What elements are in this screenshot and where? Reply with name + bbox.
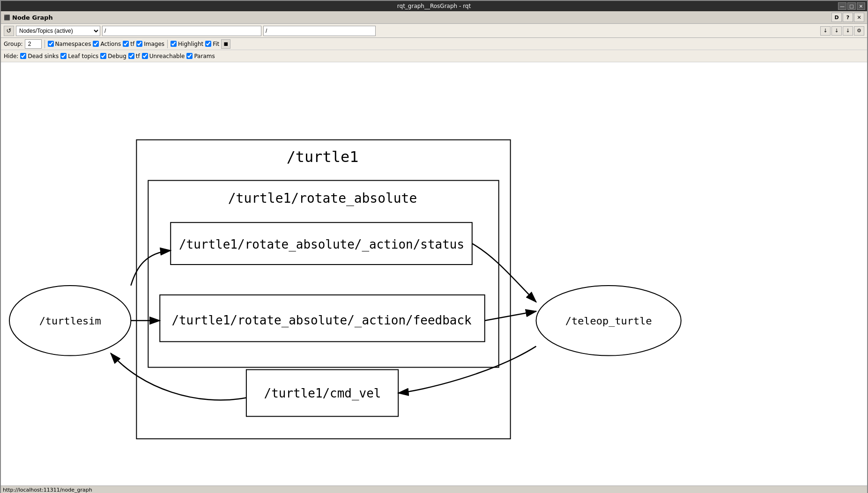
highlight-label: Highlight [178, 41, 203, 47]
export-button2[interactable]: ↓ [831, 26, 842, 36]
unreachable-checkbox-label[interactable]: Unreachable [142, 53, 185, 59]
outer-box-label: /turtle1 [287, 148, 359, 166]
export-button3[interactable]: ↓ [843, 26, 853, 36]
leaf-topics-checkbox[interactable] [60, 53, 67, 59]
refresh-button[interactable]: ↺ [4, 26, 14, 36]
group-spinbox[interactable] [25, 39, 42, 49]
namespaces-checkbox-label[interactable]: Namespaces [48, 41, 91, 47]
blackbox-button[interactable]: ■ [221, 39, 230, 49]
params-label: Params [194, 53, 215, 59]
unreachable-label: Unreachable [149, 53, 185, 59]
inner-box-label: /turtle1/rotate_absolute [228, 191, 417, 206]
dead-sinks-label: Dead sinks [28, 53, 59, 59]
graph-svg: /turtle1 /turtle1/rotate_absolute /turtl… [1, 62, 867, 486]
cmdvel-topic-label: /turtle1/cmd_vel [264, 386, 381, 401]
view-mode-dropdown[interactable]: Nodes/Topics (active) Nodes only Topics … [16, 26, 100, 36]
settings-button[interactable]: ⚙ [854, 26, 864, 36]
robot-icon: ⬛ [4, 15, 10, 21]
images-checkbox-label[interactable]: Images [136, 41, 164, 47]
filter2-input[interactable] [263, 26, 376, 36]
hide-label: Hide: [4, 53, 18, 59]
fit-checkbox[interactable] [205, 41, 211, 47]
toolbar-row3: Hide: Dead sinks Leaf topics Debug tf Un… [1, 50, 867, 62]
toolbar-row1: ↺ Nodes/Topics (active) Nodes only Topic… [1, 24, 867, 38]
namespaces-checkbox[interactable] [48, 41, 54, 47]
hide-tf-label: tf [136, 53, 140, 59]
refresh-icon: ↺ [7, 27, 12, 34]
main-content: ⬛ Node Graph D ? ✕ ↺ Nodes/Topics (activ… [1, 11, 867, 493]
tf-checkbox-label[interactable]: tf [123, 41, 134, 47]
namespaces-label: Namespaces [55, 41, 91, 47]
maximize-button[interactable]: □ [847, 2, 856, 10]
leaf-topics-checkbox-label[interactable]: Leaf topics [60, 53, 98, 59]
tf-label: tf [130, 41, 134, 47]
debug-label: Debug [108, 53, 126, 59]
debug-checkbox[interactable] [100, 53, 106, 59]
toolbar-row2: Group: Namespaces Actions tf Images [1, 38, 867, 50]
actions-checkbox[interactable] [93, 41, 99, 47]
separator1 [45, 40, 45, 48]
highlight-checkbox[interactable] [171, 41, 177, 47]
actions-checkbox-label[interactable]: Actions [93, 41, 121, 47]
status-bar: http://localhost:11311/node_graph [1, 486, 867, 493]
images-checkbox[interactable] [136, 41, 142, 47]
tf-checkbox[interactable] [123, 41, 129, 47]
filter1-input[interactable] [102, 26, 261, 36]
params-checkbox[interactable] [186, 53, 193, 59]
fit-checkbox-label[interactable]: Fit [205, 41, 219, 47]
group-label: Group: [4, 41, 23, 47]
leaf-topics-label: Leaf topics [68, 53, 98, 59]
actions-label: Actions [100, 41, 121, 47]
params-checkbox-label[interactable]: Params [186, 53, 215, 59]
node-graph-title: Node Graph [12, 14, 53, 21]
dead-sinks-checkbox[interactable] [20, 53, 26, 59]
unreachable-checkbox[interactable] [142, 53, 148, 59]
title-bar: rqt_graph__RosGraph - rqt — □ ✕ [1, 1, 867, 11]
status-text: http://localhost:11311/node_graph [3, 487, 92, 493]
window-title: rqt_graph__RosGraph - rqt [397, 3, 471, 9]
separator2 [167, 40, 168, 48]
feedback-topic-label: /turtle1/rotate_absolute/_action/feedbac… [171, 313, 472, 328]
debug-checkbox-label[interactable]: Debug [100, 53, 126, 59]
status-topic-label: /turtle1/rotate_absolute/_action/status [179, 237, 464, 252]
hide-tf-checkbox[interactable] [128, 53, 134, 59]
close-button[interactable]: ✕ [857, 2, 865, 10]
turtlesim-label: /turtlesim [39, 315, 101, 327]
window-frame: rqt_graph__RosGraph - rqt — □ ✕ ⬛ Node G… [0, 0, 868, 493]
help-button[interactable]: ? [843, 13, 853, 22]
node-graph-header: ⬛ Node Graph D ? ✕ [1, 11, 867, 24]
highlight-checkbox-label[interactable]: Highlight [171, 41, 203, 47]
export-button1[interactable]: ↓ [820, 26, 831, 36]
minimize-button[interactable]: — [838, 2, 846, 10]
fit-label: Fit [213, 41, 219, 47]
dock-button[interactable]: D [831, 13, 842, 22]
graph-container[interactable]: /turtle1 /turtle1/rotate_absolute /turtl… [1, 62, 867, 486]
images-label: Images [144, 41, 164, 47]
teleop-label: /teleop_turtle [565, 315, 652, 327]
hide-tf-checkbox-label[interactable]: tf [128, 53, 140, 59]
title-bar-buttons: — □ ✕ [838, 2, 865, 10]
float-close-button[interactable]: ✕ [854, 13, 864, 22]
dead-sinks-checkbox-label[interactable]: Dead sinks [20, 53, 59, 59]
